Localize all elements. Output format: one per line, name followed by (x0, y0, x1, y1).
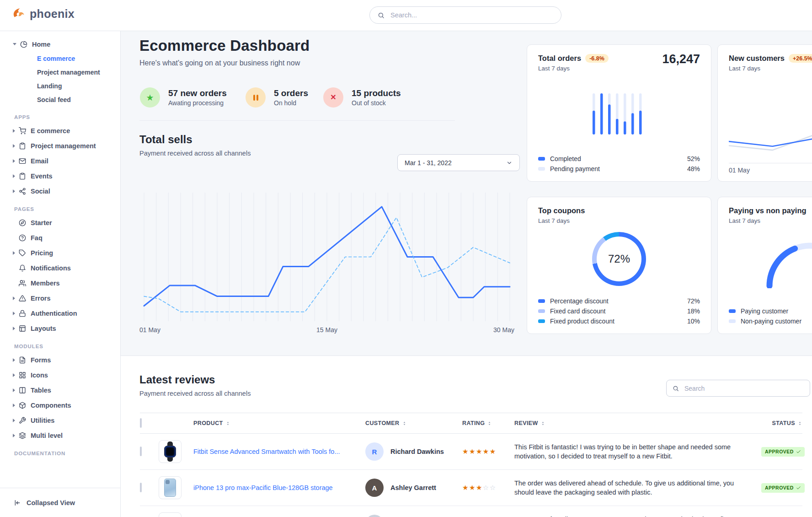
sidebar-item-forms[interactable]: Forms (0, 352, 120, 367)
row-checkbox[interactable] (140, 483, 142, 492)
product-image-smartwatch[interactable] (159, 440, 182, 463)
customer-cell: W Woodrow Burton (365, 515, 462, 517)
question-circle-icon (19, 234, 26, 242)
sidebar-item-icons[interactable]: Icons (0, 367, 120, 382)
latest-reviews-section: Latest reviews Payment received across a… (121, 355, 812, 517)
sidebar-item-apps-project-management[interactable]: Project management (0, 138, 120, 153)
sidebar-item-multi-level[interactable]: Multi level (0, 428, 120, 443)
divider (139, 120, 455, 121)
sidebar-item-landing[interactable]: Landing (0, 79, 120, 93)
sort-icon (540, 421, 545, 426)
sidebar-item-layouts[interactable]: Layouts (0, 321, 120, 336)
date-range-select[interactable]: Mar 1 - 31, 2022 (397, 154, 520, 171)
legend-fixed-card-discount: Fixed card discount 18% (538, 306, 700, 316)
layout-icon (19, 325, 26, 332)
x-icon: ✕ (323, 87, 343, 108)
stat-orders-on-hold: 5 orders On hold (246, 87, 308, 108)
column-header-review[interactable]: REVIEW (514, 420, 761, 426)
product-link[interactable]: Fitbit Sense Advanced Smartwatch with To… (193, 448, 365, 455)
legend-fixed-product-discount: Fixed product discount 10% (538, 316, 700, 326)
sidebar-item-social-feed[interactable]: Social feed (0, 93, 120, 107)
column-header-rating[interactable]: RATING (462, 420, 514, 426)
warning-triangle-icon (19, 295, 26, 302)
paying-vs-nonpaying-card: Paying vs non paying Last 7 days Paying … (717, 197, 812, 334)
sidebar-item-project-management[interactable]: Project management (0, 65, 120, 79)
sidebar-item-ecommerce[interactable]: E commerce (0, 52, 120, 65)
column-header-product[interactable]: PRODUCT (193, 420, 365, 426)
reviews-title: Latest reviews (139, 373, 215, 386)
legend-completed: Completed 52% (538, 154, 700, 164)
reviews-search-input[interactable] (684, 384, 804, 393)
sidebar-item-tables[interactable]: Tables (0, 382, 120, 398)
chevron-right-icon (13, 251, 15, 255)
main-content: Ecommerce Dashboard Here's what's going … (121, 31, 812, 517)
chevron-right-icon (13, 296, 15, 300)
legend-chip (538, 309, 545, 313)
product-link[interactable]: iPhone 13 pro max-Pacific Blue-128GB sto… (193, 484, 365, 491)
table-row: Apple MacBook Pro 13 inch-M1-8/256GB-spa… (140, 506, 802, 517)
check-icon (796, 485, 801, 490)
phoenix-logo[interactable]: phoenix (12, 7, 75, 21)
sidebar-item-errors[interactable]: Errors (0, 291, 120, 306)
share-icon (19, 188, 26, 195)
sidebar-item-members[interactable]: Members (0, 275, 120, 291)
mail-icon (19, 157, 26, 165)
status-badge: APPROVED (761, 483, 805, 493)
row-checkbox[interactable] (140, 447, 142, 456)
clipboard-icon (19, 172, 26, 180)
customer-name: Ashley Garrett (390, 484, 436, 491)
legend-chip (729, 309, 736, 313)
column-header-status[interactable]: STATUS (772, 420, 802, 426)
chevron-right-icon (13, 419, 15, 422)
sidebar-item-email[interactable]: Email (0, 153, 120, 168)
wrench-icon (19, 417, 26, 424)
legend-paying: Paying customer (729, 306, 812, 316)
sidebar-item-notifications[interactable]: Notifications (0, 260, 120, 275)
reviews-search[interactable] (666, 380, 810, 397)
users-icon (19, 280, 26, 287)
sidebar-item-starter[interactable]: Starter (0, 215, 120, 230)
sidebar-item-authentication[interactable]: Authentication (0, 306, 120, 321)
avatar[interactable]: A (365, 479, 384, 497)
legend-chip (729, 319, 736, 323)
customer-cell: R Richard Dawkins (365, 442, 462, 461)
sidebar-item-components[interactable]: Components (0, 398, 120, 413)
dashboard-section: Ecommerce Dashboard Here's what's going … (121, 31, 812, 355)
global-search-input[interactable] (390, 11, 553, 19)
sidebar-item-apps-ecommerce[interactable]: E commerce (0, 123, 120, 138)
legend-chip (538, 167, 545, 171)
sidebar-item-social[interactable]: Social (0, 183, 120, 199)
reviews-subtitle: Payment received across all channels (139, 390, 251, 397)
pie-chart-icon (20, 41, 27, 48)
column-header-customer[interactable]: CUSTOMER (365, 420, 462, 426)
sidebar-item-utilities[interactable]: Utilities (0, 413, 120, 428)
collapse-sidebar-icon (14, 499, 21, 506)
total-sells-title: Total sells (139, 133, 192, 146)
sidebar-item-faq[interactable]: Faq (0, 230, 120, 245)
sidebar-item-events[interactable]: Events (0, 168, 120, 183)
coupons-donut-chart: 72% (592, 232, 646, 286)
product-image-macbook[interactable] (159, 512, 182, 517)
new-customers-card: New customers +26.5% Last 7 days 01 May (717, 44, 812, 182)
avatar[interactable]: W (365, 515, 384, 517)
trend-badge: +26.5% (789, 54, 812, 63)
sidebar-item-home[interactable]: Home (0, 37, 120, 52)
select-all-checkbox[interactable] (140, 418, 142, 428)
global-search[interactable] (369, 6, 561, 24)
card-title: New customers (729, 54, 785, 63)
x-axis-label: 01 May (729, 163, 812, 174)
reviews-table-header: PRODUCT CUSTOMER RATING REVIEW STATUS (140, 413, 802, 434)
sidebar-section-pages: PAGES (14, 206, 120, 212)
customer-name: Richard Dawkins (390, 448, 444, 455)
product-image-iphone[interactable] (159, 476, 182, 499)
chevron-right-icon (13, 129, 15, 133)
chevron-right-icon (13, 189, 15, 193)
page-title: Ecommerce Dashboard (139, 37, 310, 54)
sidebar-item-pricing[interactable]: Pricing (0, 245, 120, 260)
legend-percentage-discount: Percentage discount 72% (538, 296, 700, 306)
layers-icon (19, 432, 26, 439)
review-text: The order was delivered ahead of schedul… (514, 479, 761, 497)
avatar[interactable]: R (365, 442, 384, 461)
sidebar-section-documentation: DOCUMENTATION (14, 451, 120, 456)
collapsed-view-toggle[interactable]: Collapsed View (0, 488, 120, 517)
